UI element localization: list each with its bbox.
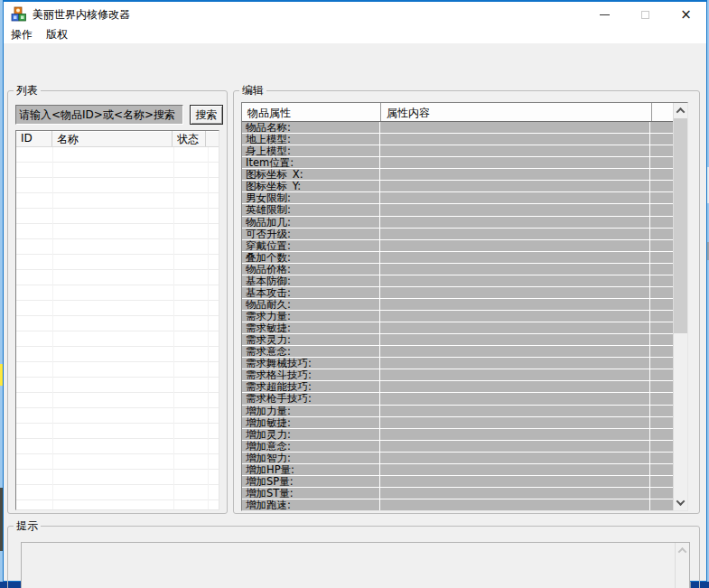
property-row[interactable]: 需求格斗技巧: xyxy=(242,369,675,381)
property-row[interactable]: 身上模型: xyxy=(242,145,675,157)
property-row[interactable]: 图标坐标_Y: xyxy=(242,181,675,192)
property-row[interactable]: 增加灵力: xyxy=(242,429,675,441)
property-value-cell[interactable] xyxy=(380,229,650,239)
property-name-cell: 需求灵力: xyxy=(242,334,380,345)
minimize-button[interactable] xyxy=(584,2,625,27)
property-value-cell[interactable] xyxy=(380,181,650,191)
property-row[interactable]: 增加ST量: xyxy=(242,488,675,499)
property-value-cell[interactable] xyxy=(380,417,650,428)
property-row[interactable]: 物品加几: xyxy=(242,217,675,229)
property-value-cell[interactable] xyxy=(380,453,650,463)
property-value-cell[interactable] xyxy=(380,240,650,251)
menu-item-operation[interactable]: 操作 xyxy=(5,25,39,44)
property-row[interactable]: 增加力量: xyxy=(242,406,675,417)
property-value-cell[interactable] xyxy=(380,393,650,404)
property-value-cell[interactable] xyxy=(380,499,650,510)
property-row[interactable]: 图标坐标_X: xyxy=(242,169,675,181)
property-table-scrollbar[interactable] xyxy=(673,103,687,510)
property-value-cell[interactable] xyxy=(380,192,650,203)
property-value-cell[interactable] xyxy=(380,429,650,440)
property-table[interactable]: 物品属性 属性内容 物品名称:地上模型:身上模型:Item位置:图标坐标_X:图… xyxy=(241,102,688,511)
scroll-down-button[interactable] xyxy=(674,495,687,510)
property-row[interactable]: 物品耐久: xyxy=(242,299,675,311)
column-header-name[interactable]: 名称 xyxy=(52,131,173,146)
property-row[interactable]: 增加SP量: xyxy=(242,476,675,488)
property-value-cell[interactable] xyxy=(380,488,650,499)
property-name-cell: 叠加个数: xyxy=(242,252,380,263)
property-value-cell[interactable] xyxy=(380,134,650,145)
property-row[interactable]: 需求舞械技巧: xyxy=(242,358,675,369)
property-row[interactable]: 需求超能技巧: xyxy=(242,381,675,393)
column-header-filler xyxy=(652,103,675,121)
property-value-cell[interactable] xyxy=(380,169,650,180)
property-value-cell[interactable] xyxy=(380,369,650,380)
property-row[interactable]: 需求意念: xyxy=(242,346,675,358)
property-value-cell[interactable] xyxy=(380,311,650,322)
property-row[interactable]: 增加跑速: xyxy=(242,499,675,510)
property-value-cell[interactable] xyxy=(380,287,650,298)
property-value-cell[interactable] xyxy=(380,122,650,133)
property-value-cell[interactable] xyxy=(380,264,650,275)
property-value-cell[interactable] xyxy=(380,476,650,487)
search-input[interactable] xyxy=(15,105,183,125)
property-value-cell[interactable] xyxy=(380,346,650,357)
property-row[interactable]: 物品价格: xyxy=(242,264,675,275)
item-list-body[interactable] xyxy=(16,147,219,509)
property-row[interactable]: Item位置: xyxy=(242,157,675,169)
property-row[interactable]: 英雄限制: xyxy=(242,204,675,216)
search-button[interactable]: 搜索 xyxy=(190,105,223,125)
column-header-status[interactable]: 状态 xyxy=(173,131,206,146)
property-row[interactable]: 穿戴位置: xyxy=(242,240,675,252)
property-value-cell[interactable] xyxy=(380,334,650,345)
client-area: 列表 搜索 ID 名称 状态 编辑 物品属性 xyxy=(4,43,706,581)
scroll-up-button[interactable] xyxy=(674,103,687,118)
property-value-cell[interactable] xyxy=(380,145,650,156)
property-extra-cell xyxy=(650,204,673,215)
column-header-content[interactable]: 属性内容 xyxy=(381,103,652,121)
property-value-cell[interactable] xyxy=(380,464,650,475)
property-value-cell[interactable] xyxy=(380,275,650,286)
property-row[interactable]: 地上模型: xyxy=(242,134,675,145)
property-row[interactable]: 增加智力: xyxy=(242,453,675,464)
list-groupbox: 列表 搜索 ID 名称 状态 xyxy=(7,90,228,514)
property-value-cell[interactable] xyxy=(380,252,650,263)
close-button[interactable]: × xyxy=(666,2,706,27)
property-row[interactable]: 可否升级: xyxy=(242,229,675,240)
property-row[interactable]: 增加意念: xyxy=(242,441,675,453)
property-value-cell[interactable] xyxy=(380,406,650,416)
property-value-cell[interactable] xyxy=(380,322,650,333)
property-value-cell[interactable] xyxy=(380,441,650,452)
property-row[interactable]: 增加敏捷: xyxy=(242,417,675,429)
window-title: 美丽世界内核修改器 xyxy=(33,7,130,23)
property-value-cell[interactable] xyxy=(380,299,650,310)
hint-textbox[interactable] xyxy=(21,542,690,588)
property-value-cell[interactable] xyxy=(380,358,650,369)
item-list[interactable]: ID 名称 状态 xyxy=(15,130,219,510)
column-header-id[interactable]: ID xyxy=(16,131,52,146)
property-row[interactable]: 叠加个数: xyxy=(242,252,675,264)
property-row[interactable]: 需求枪手技巧: xyxy=(242,393,675,405)
scrollbar-thumb[interactable] xyxy=(674,118,687,333)
property-value-cell[interactable] xyxy=(380,381,650,392)
property-value-cell[interactable] xyxy=(380,217,650,228)
chevron-up-icon xyxy=(678,547,687,556)
property-name-cell: 增加力量: xyxy=(242,406,380,416)
menu-item-copyright[interactable]: 版权 xyxy=(40,25,74,44)
property-row[interactable]: 物品名称: xyxy=(242,122,675,134)
property-name-cell: 图标坐标_Y: xyxy=(242,181,380,191)
property-row[interactable]: 增加HP量: xyxy=(242,464,675,476)
property-row[interactable]: 需求力量: xyxy=(242,311,675,322)
property-row[interactable]: 需求敏捷: xyxy=(242,322,675,334)
property-extra-cell xyxy=(650,381,673,392)
property-name-cell: 地上模型: xyxy=(242,134,380,145)
hint-groupbox: 提示 xyxy=(7,526,700,588)
property-row[interactable]: 需求灵力: xyxy=(242,334,675,346)
property-value-cell[interactable] xyxy=(380,204,650,215)
property-extra-cell xyxy=(650,358,673,369)
property-row[interactable]: 基本防御: xyxy=(242,275,675,287)
property-value-cell[interactable] xyxy=(380,157,650,168)
property-row[interactable]: 基本攻击: xyxy=(242,287,675,299)
column-header-property[interactable]: 物品属性 xyxy=(242,103,381,121)
property-name-cell: 需求敏捷: xyxy=(242,322,380,333)
property-row[interactable]: 男女限制: xyxy=(242,192,675,204)
